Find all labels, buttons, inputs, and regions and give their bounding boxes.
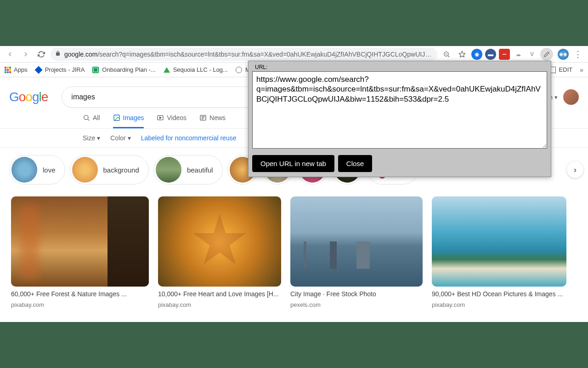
- sheets-icon: [92, 66, 99, 74]
- apps-icon: [5, 67, 11, 73]
- tab-news-label: News: [209, 114, 226, 121]
- url-path: /search?q=images&tbm=isch&source=lnt&tbs…: [97, 51, 433, 58]
- onboarding-bookmark[interactable]: Onboarding Plan -...: [92, 66, 155, 74]
- reload-button[interactable]: [35, 48, 48, 61]
- google-logo[interactable]: Google: [9, 90, 48, 104]
- chevron-down-icon: ▾: [128, 134, 131, 142]
- tab-videos-label: Videos: [167, 114, 187, 121]
- url-edit-popup: URL: Open URL in new tab Close: [248, 61, 551, 177]
- result-forest[interactable]: 60,000+ Free Forest & Nature Images ... …: [11, 196, 149, 308]
- svg-marker-6: [160, 117, 161, 119]
- tab-images[interactable]: Images: [113, 114, 144, 128]
- svg-point-4: [115, 116, 116, 117]
- result-thumb: [11, 196, 149, 287]
- bookmarks-overflow-icon[interactable]: »: [580, 66, 583, 74]
- globe-icon: [235, 66, 243, 74]
- search-icon: [83, 114, 90, 121]
- svg-point-2: [84, 115, 88, 120]
- tab-news[interactable]: News: [199, 114, 226, 128]
- close-popup-button[interactable]: Close: [338, 155, 372, 172]
- zoom-icon[interactable]: [440, 48, 453, 61]
- result-title: 60,000+ Free Forest & Nature Images ...: [11, 290, 149, 298]
- chip-label: love: [43, 166, 56, 174]
- jira-icon: [35, 66, 42, 74]
- edit-bookmark[interactable]: EDIT: [549, 66, 573, 74]
- svg-marker-1: [459, 51, 465, 57]
- result-ocean[interactable]: 90,000+ Best HD Ocean Pictures & Images …: [432, 196, 566, 308]
- search-query-text: images: [71, 93, 95, 101]
- chip-love[interactable]: love: [9, 155, 65, 184]
- images-icon: [113, 114, 120, 121]
- chips-next-button[interactable]: ›: [567, 161, 583, 178]
- filter-size[interactable]: Size▾: [83, 134, 100, 142]
- result-thumb: [158, 196, 281, 287]
- lock-icon: [55, 51, 61, 58]
- browser-toolbar: google.com /search?q=images&tbm=isch&sou…: [0, 46, 588, 63]
- filter-license[interactable]: Labeled for noncommercial reuse▾: [141, 134, 242, 142]
- extension-v-icon[interactable]: V: [526, 49, 537, 60]
- open-url-button[interactable]: Open URL in new tab: [252, 155, 334, 172]
- tab-images-label: Images: [123, 114, 144, 121]
- chip-beautiful[interactable]: beautiful: [153, 155, 223, 184]
- onboarding-label: Onboarding Plan -...: [102, 66, 155, 73]
- address-bar[interactable]: google.com /search?q=images&tbm=isch&sou…: [51, 48, 437, 61]
- tab-all-label: All: [93, 114, 100, 121]
- chevron-down-icon: ▾: [97, 134, 100, 142]
- result-source: pexels.com: [290, 301, 423, 308]
- chip-label: background: [103, 166, 139, 174]
- result-source: pixabay.com: [432, 301, 566, 308]
- profile-avatar-small[interactable]: ◉◉: [558, 49, 569, 60]
- user-avatar[interactable]: [563, 89, 579, 105]
- chip-label: beautiful: [187, 166, 213, 174]
- news-icon: [199, 114, 207, 121]
- extension-2-icon[interactable]: ▬: [485, 49, 496, 60]
- sequoia-icon: [163, 66, 170, 74]
- browser-menu-icon[interactable]: ⋮: [571, 48, 584, 61]
- results-grid: 60,000+ Free Forest & Nature Images ... …: [0, 192, 588, 313]
- result-heart[interactable]: 10,000+ Free Heart and Love Images [H...…: [158, 196, 281, 308]
- extension-3-icon[interactable]: •••: [499, 49, 510, 60]
- star-icon[interactable]: [456, 48, 469, 61]
- chip-thumb: [11, 157, 37, 183]
- tab-all[interactable]: All: [83, 114, 100, 128]
- sequoia-label: Sequoia LLC - Log...: [173, 66, 228, 73]
- tab-videos[interactable]: Videos: [157, 114, 187, 128]
- extension-cloud-icon[interactable]: ☁: [513, 49, 524, 60]
- url-textarea[interactable]: [252, 71, 547, 149]
- sequoia-bookmark[interactable]: Sequoia LLC - Log...: [163, 66, 228, 74]
- chip-thumb: [156, 157, 181, 183]
- result-source: pixabay.com: [158, 301, 281, 308]
- videos-icon: [157, 114, 164, 121]
- popup-buttons: Open URL in new tab Close: [252, 155, 547, 172]
- result-city[interactable]: City Image · Free Stock Photo pexels.com: [290, 196, 423, 308]
- filter-license-label: Labeled for noncommercial reuse: [141, 134, 237, 142]
- filter-color[interactable]: Color▾: [110, 134, 130, 142]
- url-domain: google.com: [64, 51, 97, 58]
- result-title: City Image · Free Stock Photo: [290, 290, 423, 298]
- forward-button[interactable]: [19, 48, 32, 61]
- filter-size-label: Size: [83, 134, 95, 142]
- result-title: 10,000+ Free Heart and Love Images [H...: [158, 290, 281, 298]
- extension-1-icon[interactable]: ◉: [471, 49, 482, 60]
- back-button[interactable]: [4, 48, 17, 61]
- result-thumb: [432, 196, 566, 287]
- chip-thumb: [72, 157, 98, 183]
- pencil-extension-icon[interactable]: [540, 48, 553, 61]
- result-source: pixabay.com: [11, 301, 149, 308]
- jira-label: Projects - JIRA: [45, 66, 85, 73]
- chevron-down-icon: ▾: [554, 94, 558, 101]
- result-thumb: [290, 196, 423, 287]
- chip-background[interactable]: background: [70, 155, 149, 184]
- apps-label: Apps: [14, 66, 28, 73]
- url-label: URL:: [255, 64, 547, 70]
- edit-label: EDIT: [559, 66, 573, 73]
- apps-bookmark[interactable]: Apps: [5, 66, 28, 73]
- result-title: 90,000+ Best HD Ocean Pictures & Images …: [432, 290, 566, 298]
- filter-color-label: Color: [110, 134, 125, 142]
- jira-bookmark[interactable]: Projects - JIRA: [35, 66, 85, 74]
